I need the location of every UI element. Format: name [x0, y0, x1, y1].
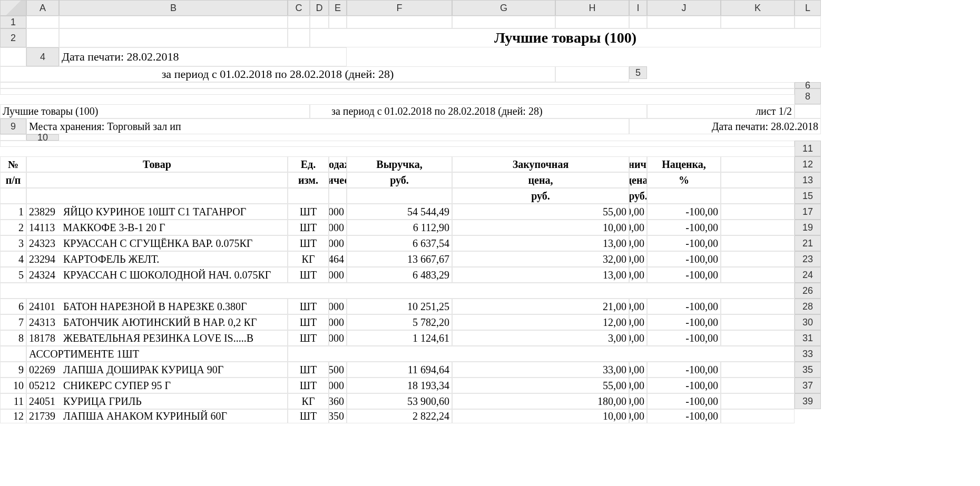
row-26[interactable]: 26: [795, 283, 821, 299]
cell-E1[interactable]: [329, 16, 347, 28]
cell-mk[interactable]: -100,00: [647, 330, 721, 346]
th-purchase-3[interactable]: руб.: [452, 188, 629, 204]
cell-qty[interactable]: 510,464: [329, 251, 347, 267]
cell-L13[interactable]: [721, 188, 795, 204]
cell-unit[interactable]: ШТ: [288, 204, 329, 220]
cell-unit[interactable]: ШТ: [288, 314, 329, 330]
row-10[interactable]: 10: [26, 134, 59, 141]
cell-row6[interactable]: [0, 88, 795, 95]
row-35[interactable]: 35: [795, 362, 821, 378]
th-product-2[interactable]: [26, 172, 288, 188]
spreadsheet-grid[interactable]: A B C D E F G H I J K L 1 2 Лучшие товар…: [0, 0, 980, 423]
cell-row31-rest[interactable]: [288, 346, 795, 362]
th-revenue-1[interactable]: Выручка,: [347, 156, 452, 172]
row-1[interactable]: 1: [0, 16, 26, 28]
row-28[interactable]: 28: [795, 299, 821, 314]
cell-qty[interactable]: 287,350: [329, 409, 347, 423]
report-title[interactable]: Лучшие товары (100): [310, 28, 821, 47]
cell-rev[interactable]: 6 637,54: [347, 235, 452, 251]
row-2[interactable]: 2: [0, 28, 26, 47]
cell-product[interactable]: 21739 ЛАПША АНАКОМ КУРИНЫЙ 60Г: [26, 409, 288, 423]
cell-L[interactable]: [721, 314, 795, 330]
cell-rev[interactable]: 6 483,29: [347, 267, 452, 283]
cell-num[interactable]: 8: [0, 330, 26, 346]
period-top[interactable]: за период с 01.02.2018 по 28.02.2018 (дн…: [0, 66, 555, 82]
cell-pur[interactable]: 10,00: [452, 220, 629, 235]
row-11[interactable]: 11: [795, 141, 821, 156]
cell-K1[interactable]: [721, 16, 795, 28]
cell-ret[interactable]: 0,00: [629, 235, 647, 251]
cell-product-cont[interactable]: АССОРТИМЕНТЕ 1ШТ: [26, 346, 288, 362]
cell-qty[interactable]: 490,000: [329, 299, 347, 314]
cell-D1[interactable]: [310, 16, 329, 28]
cell-rev[interactable]: 1 124,61: [347, 330, 452, 346]
cell-product[interactable]: 23829 ЯЙЦО КУРИНОЕ 10ШТ С1 ТАГАНРОГ: [26, 204, 288, 220]
cell-H1[interactable]: [555, 16, 629, 28]
cell-A2[interactable]: [26, 28, 59, 47]
cell-L9[interactable]: [0, 134, 26, 141]
cell-L4[interactable]: [555, 66, 629, 82]
cell-ret[interactable]: 0,00: [629, 220, 647, 235]
cell-rev[interactable]: 2 822,24: [347, 409, 452, 423]
th-purchase-2[interactable]: цена,: [452, 172, 629, 188]
print-date-top[interactable]: Дата печати: 28.02.2018: [59, 47, 347, 66]
row-9[interactable]: 9: [0, 118, 26, 134]
cell-rev[interactable]: 6 112,90: [347, 220, 452, 235]
cell-rev[interactable]: 10 251,25: [347, 299, 452, 314]
cell-pur[interactable]: 13,00: [452, 267, 629, 283]
row-15[interactable]: 15: [795, 188, 821, 204]
col-C[interactable]: C: [288, 0, 310, 16]
cell-num[interactable]: 5: [0, 267, 26, 283]
cell-ret[interactable]: 0,00: [629, 393, 647, 409]
cell-L[interactable]: [721, 267, 795, 283]
cell-pur[interactable]: 55,00: [452, 204, 629, 220]
cell-rev[interactable]: 5 782,20: [347, 314, 452, 330]
th-unit-1[interactable]: Ед.: [288, 156, 329, 172]
period-small[interactable]: за период с 01.02.2018 по 28.02.2018 (дн…: [310, 104, 647, 118]
cell-row10[interactable]: [0, 141, 795, 147]
row-31[interactable]: 31: [795, 330, 821, 346]
th-purchase-1[interactable]: Закупочная: [452, 156, 629, 172]
cell-mk[interactable]: -100,00: [647, 220, 721, 235]
th-retail-3[interactable]: руб.: [629, 188, 647, 204]
cell-L2[interactable]: [0, 47, 26, 66]
col-H[interactable]: H: [555, 0, 629, 16]
cell-C1[interactable]: [288, 16, 310, 28]
col-K[interactable]: K: [721, 0, 795, 16]
cell-mk[interactable]: -100,00: [647, 235, 721, 251]
cell-rev[interactable]: 53 900,60: [347, 393, 452, 409]
cell-row24[interactable]: [0, 283, 795, 299]
th-markup-2[interactable]: %: [647, 172, 721, 188]
cell-ret[interactable]: 0,00: [629, 330, 647, 346]
cell-unit[interactable]: ШТ: [288, 378, 329, 393]
cell-pur[interactable]: 10,00: [452, 409, 629, 423]
cell-num[interactable]: 1: [0, 204, 26, 220]
cell-unit[interactable]: ШТ: [288, 362, 329, 378]
cell-L[interactable]: [721, 378, 795, 393]
row-24[interactable]: 24: [795, 267, 821, 283]
row-17[interactable]: 17: [795, 204, 821, 220]
th-num-1[interactable]: №: [0, 156, 26, 172]
cell-product[interactable]: 02269 ЛАПША ДОШИРАК КУРИЦА 90Г: [26, 362, 288, 378]
cell-B1[interactable]: [59, 16, 288, 28]
cell-F1[interactable]: [347, 16, 452, 28]
cell-L[interactable]: [721, 299, 795, 314]
th-sales-2[interactable]: количество: [329, 172, 347, 188]
storage-location[interactable]: Места хранения: Торговый зал ип: [26, 118, 629, 134]
cell-I1[interactable]: [629, 16, 647, 28]
col-D[interactable]: D: [310, 0, 329, 16]
cell-J1[interactable]: [647, 16, 721, 28]
cell-ret[interactable]: 0,00: [629, 378, 647, 393]
cell-num[interactable]: 2: [0, 220, 26, 235]
cell-ret[interactable]: 0,00: [629, 251, 647, 267]
th-revenue-2[interactable]: руб.: [347, 172, 452, 188]
cell-L[interactable]: [721, 393, 795, 409]
cell-num[interactable]: 12: [0, 409, 26, 423]
cell-num[interactable]: 6: [0, 299, 26, 314]
cell-qty[interactable]: 500,000: [329, 267, 347, 283]
col-F[interactable]: F: [347, 0, 452, 16]
col-L[interactable]: L: [795, 0, 821, 16]
cell-D13[interactable]: [288, 188, 329, 204]
th-unit-2[interactable]: изм.: [288, 172, 329, 188]
cell-L[interactable]: [721, 251, 795, 267]
